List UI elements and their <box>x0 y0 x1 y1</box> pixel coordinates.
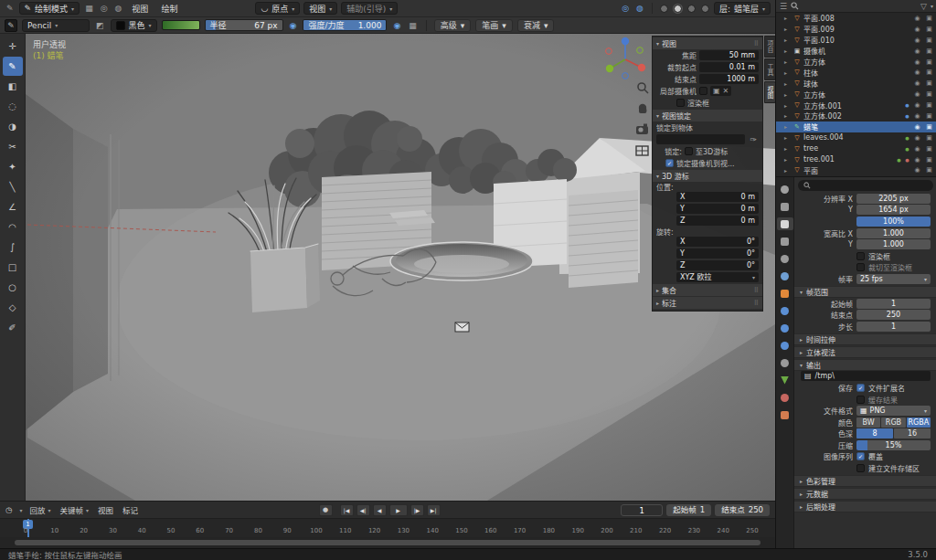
disable-render-camera-icon[interactable]: ▣ <box>924 15 934 22</box>
properties-tab-render[interactable] <box>777 200 793 213</box>
clear-icon[interactable]: ✕ <box>723 87 729 95</box>
playhead[interactable]: 1 <box>27 519 29 537</box>
lock-3d-cursor-checkbox[interactable] <box>685 147 693 155</box>
disable-render-camera-icon[interactable]: ▣ <box>924 90 934 98</box>
frame-end-field[interactable]: 250 <box>856 310 931 320</box>
outliner-item[interactable]: ▸▽平面.009◉▣ <box>776 24 936 35</box>
scrollbar-thumb[interactable] <box>15 540 760 545</box>
compression-slider[interactable]: 15% <box>856 440 931 450</box>
frame-start-field[interactable]: 1 <box>856 299 931 309</box>
npanel-section-collections[interactable]: ▸ 集合 ⠿ <box>653 284 762 296</box>
tool-draw-icon[interactable]: ✎ <box>3 57 23 76</box>
properties-tab-texture[interactable] <box>777 408 793 421</box>
expand-arrow-icon[interactable]: ▸ <box>784 134 791 141</box>
panel-grip-icon[interactable]: ⠿ <box>754 287 759 294</box>
tool-arc-icon[interactable]: ◠ <box>3 217 23 237</box>
resolution-pct-slider[interactable]: 100% <box>856 217 931 227</box>
properties-tab-material[interactable] <box>777 391 793 404</box>
hide-viewport-eye-icon[interactable]: ◉ <box>912 69 922 76</box>
timeline-editor-icon[interactable]: ◷ <box>5 505 12 514</box>
brush-preview[interactable]: ✎ <box>5 19 17 32</box>
tool-tint-icon[interactable]: ◑ <box>3 117 23 136</box>
panel-grip-icon[interactable]: ⠿ <box>754 40 759 48</box>
tool-interpolate-icon[interactable]: ◇ <box>3 298 23 317</box>
disable-render-camera-icon[interactable]: ▣ <box>924 58 934 66</box>
color-rgb-button[interactable]: RGB <box>881 417 905 428</box>
viewport-3d[interactable]: 用户透视 (1) 蜡笔 ▾ 视图 ⠿ 焦距 50 mm 裁剪起点 0.01 m <box>26 34 775 501</box>
cursor-pos-y-field[interactable]: Y0 m <box>676 204 759 214</box>
section-output[interactable]: ▾ 输出 <box>794 359 936 371</box>
stroke-placement-dropdown[interactable]: ◡ 原点 ▾ <box>255 2 300 15</box>
fps-dropdown[interactable]: 25 fps ▾ <box>856 274 931 284</box>
render-region-checkbox[interactable] <box>856 252 865 260</box>
auto-keying-button[interactable]: ● <box>319 504 333 516</box>
menu-playback[interactable]: 回放▾ <box>29 504 50 515</box>
npanel-section-3d-cursor[interactable]: ▾ 3D 游标 <box>653 170 762 182</box>
outliner-item[interactable]: ▸▽tree.001●●◉▣ <box>776 154 936 165</box>
outliner-item[interactable]: ▸▣摄像机◉▣ <box>776 46 936 57</box>
overwrite-checkbox[interactable]: ✓ <box>856 452 865 460</box>
mode-selector[interactable]: ✎ 绘制模式 ▾ <box>19 2 80 15</box>
section-frame-range[interactable]: ▾ 帧范围 <box>794 286 936 298</box>
timeline-scrollbar[interactable] <box>0 537 775 548</box>
additive-drawing-icon[interactable]: ◎ <box>99 4 110 13</box>
hide-viewport-eye-icon[interactable]: ◉ <box>912 145 922 153</box>
outliner-item[interactable]: ▸▽平面◉▣ <box>776 164 936 175</box>
strength-pressure-icon[interactable]: ◉ <box>391 21 402 30</box>
hide-viewport-eye-icon[interactable]: ◉ <box>912 58 922 66</box>
falloff-popover[interactable]: 衰减 ▾ <box>517 19 555 32</box>
play-reverse-button[interactable]: ◀ <box>373 504 387 516</box>
expand-arrow-icon[interactable]: ▸ <box>784 37 791 43</box>
properties-tab-output[interactable] <box>777 217 793 230</box>
disable-render-camera-icon[interactable]: ▣ <box>924 156 934 164</box>
tool-cursor-icon[interactable]: ✛ <box>3 37 23 56</box>
resolution-y-field[interactable]: 1654 px <box>856 205 931 215</box>
frame-step-field[interactable]: 1 <box>856 322 931 332</box>
depth-16-button[interactable]: 16 <box>894 428 931 438</box>
section-post-processing[interactable]: ▸ 后期处理 <box>794 501 936 512</box>
properties-tab-object[interactable] <box>777 287 793 300</box>
expand-arrow-icon[interactable]: ▸ <box>784 69 791 76</box>
search-icon[interactable] <box>791 2 799 10</box>
filter-icon[interactable]: ▽ <box>920 2 927 11</box>
section-metadata[interactable]: ▸ 元数据 <box>794 488 936 500</box>
focal-length-field[interactable]: 50 mm <box>699 50 759 60</box>
hide-viewport-eye-icon[interactable]: ◉ <box>912 166 922 174</box>
file-format-dropdown[interactable]: ▦ PNG ▾ <box>856 406 931 416</box>
expand-arrow-icon[interactable]: ▸ <box>784 91 791 98</box>
aspect-y-field[interactable]: 1.000 <box>856 239 931 249</box>
npanel-tab-item[interactable]: 项目 <box>764 36 775 58</box>
hide-viewport-eye-icon[interactable]: ◉ <box>912 90 922 98</box>
show-overlays-icon[interactable]: ◎ <box>620 4 631 13</box>
tool-line-icon[interactable]: ╲ <box>3 177 23 196</box>
hide-viewport-eye-icon[interactable]: ◉ <box>912 101 922 109</box>
npanel-tab-view[interactable]: 视图 <box>764 81 775 103</box>
tool-eyedropper-icon[interactable]: ✦ <box>3 157 23 176</box>
expand-arrow-icon[interactable]: ▸ <box>784 145 791 152</box>
outliner-item[interactable]: ▸▽tree●◉▣ <box>776 143 936 154</box>
menu-marker[interactable]: 标记 <box>122 504 138 515</box>
jump-to-start-button[interactable]: |◀ <box>340 504 354 516</box>
npanel-section-view[interactable]: ▾ 视图 ⠿ <box>653 37 762 49</box>
properties-tab-particles[interactable] <box>777 322 793 334</box>
onion-skin-icon[interactable]: ◍ <box>113 4 124 13</box>
multiframe-icon[interactable]: ▦ <box>83 4 95 13</box>
expand-arrow-icon[interactable]: ▸ <box>784 102 791 109</box>
menu-view[interactable]: 视图 <box>127 3 153 15</box>
outliner-item[interactable]: ▸▽立方体◉▣ <box>776 89 936 100</box>
strength-slider[interactable]: 强度/力度 1.000 <box>303 19 387 31</box>
cursor-pos-z-field[interactable]: Z0 m <box>676 216 759 226</box>
layer-selector[interactable]: 层: 蜡笔层 ▾ <box>714 2 771 15</box>
npanel-tab-tool[interactable]: 工具 <box>764 58 775 80</box>
guides-dropdown[interactable]: 辅助(引导) ▾ <box>341 2 398 15</box>
jump-to-end-button[interactable]: ▶| <box>427 504 441 516</box>
tool-fill-icon[interactable]: ◧ <box>3 77 23 96</box>
disable-render-camera-icon[interactable]: ▣ <box>924 145 934 153</box>
hide-viewport-eye-icon[interactable]: ◉ <box>912 15 922 22</box>
local-camera-field[interactable]: ▣ ✕ <box>710 86 731 96</box>
disable-render-camera-icon[interactable]: ▣ <box>924 112 934 120</box>
npanel-section-view-lock[interactable]: ▾ 视图锁定 <box>653 110 762 122</box>
color-selector[interactable]: 黑色 ▾ <box>111 19 157 32</box>
disable-render-camera-icon[interactable]: ▣ <box>924 123 934 131</box>
disable-render-camera-icon[interactable]: ▣ <box>924 134 934 142</box>
